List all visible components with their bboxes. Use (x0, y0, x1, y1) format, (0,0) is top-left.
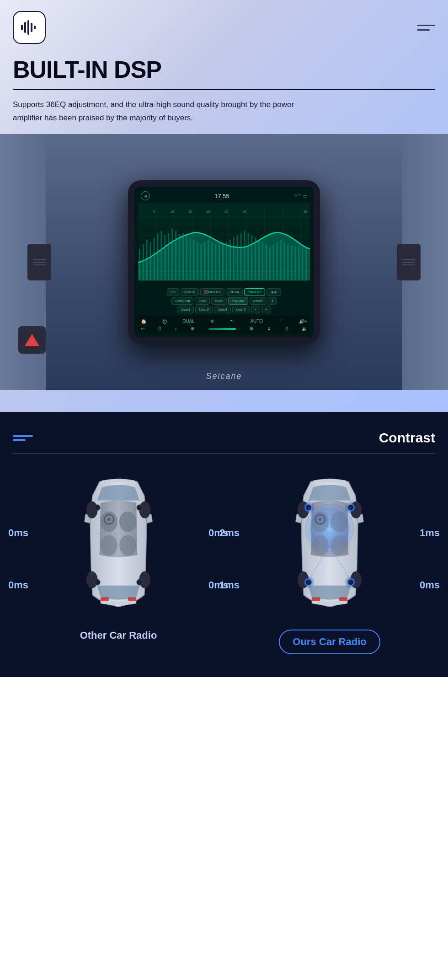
svg-rect-35 (201, 244, 202, 280)
svg-rect-30 (182, 233, 184, 281)
svg-rect-49 (251, 236, 252, 281)
svg-point-84 (137, 505, 142, 510)
vol-up-icon[interactable]: 🔊+ (299, 319, 307, 324)
svg-text:5: 5 (153, 210, 155, 213)
ours-car-delay-top-left: 2ms (219, 527, 240, 539)
svg-rect-0 (21, 25, 23, 30)
svg-rect-57 (280, 240, 282, 281)
ours-car-radio-button[interactable]: Ours Car Radio (279, 630, 380, 654)
other-car-image-wrapper: 0ms 0ms (13, 472, 224, 619)
hazard-button[interactable] (18, 326, 46, 354)
svg-rect-26 (168, 233, 169, 281)
svg-rect-56 (277, 242, 278, 281)
ours-car-delay-top-right: 1ms (420, 527, 440, 539)
svg-rect-43 (229, 240, 231, 281)
user1-btn[interactable]: User1 (177, 306, 194, 313)
line-2 (13, 439, 26, 441)
user3-btn[interactable]: User3 (214, 306, 231, 313)
ours-car-delay-bottom-right: 0ms (420, 579, 440, 591)
device-container: ◄ 17:55 ⌃⌃ ▭ (0, 129, 448, 390)
volume-btn[interactable]: ◄► (267, 288, 281, 296)
fan-right-icon: ❋ (250, 326, 253, 331)
minus-btn[interactable]: − (261, 306, 271, 313)
contrast-header: Contrast (13, 430, 435, 446)
hero-section: BUILT-IN DSP Supports 36EQ adjustment, a… (0, 0, 448, 412)
svg-rect-61 (294, 247, 296, 280)
screen-bottom-nav: 🏠 ⏻ DUAL ❄ 〜 AUTO ⌒ 🔊+ ↩ 0 ♪ (138, 316, 310, 334)
vol-down-icon[interactable]: 🔉 (302, 326, 307, 331)
nav-row-2: ↩ 0 ♪ ❋ ❋ 🌡 0 🔉 (141, 326, 307, 331)
subtitle-text: Supports 36EQ adjustment, and the ultra-… (13, 98, 296, 125)
svg-rect-53 (266, 244, 267, 280)
right-vent (397, 244, 421, 280)
dts-btn[interactable]: dts (167, 288, 179, 296)
dsp-buttons-area: dts ꜵꜵꜵ ⬛DOLBY SRS● Through ◄► Classical… (138, 287, 310, 314)
device-screen: ◄ 17:55 ⌃⌃ ▭ (134, 187, 314, 337)
ours-car-delay-bottom-left: 1ms (219, 579, 240, 591)
back-nav-icon[interactable]: ↩ (141, 326, 144, 331)
car-comparison: 0ms 0ms (13, 472, 435, 654)
plus-btn[interactable]: + (251, 306, 261, 313)
jazz-btn[interactable]: Jazz (195, 297, 209, 305)
svg-rect-87 (101, 597, 109, 601)
svg-rect-23 (157, 233, 159, 281)
user5-btn[interactable]: User5 (232, 306, 249, 313)
svg-rect-41 (222, 244, 224, 280)
svg-rect-22 (154, 238, 155, 281)
user2-btn[interactable]: User2 (195, 306, 212, 313)
svg-rect-36 (204, 242, 205, 281)
svg-rect-20 (146, 240, 148, 281)
back-button[interactable]: ◄ (141, 191, 150, 200)
svg-rect-27 (171, 229, 173, 281)
nav-row-1: 🏠 ⏻ DUAL ❄ 〜 AUTO ⌒ 🔊+ (141, 318, 307, 324)
reset-btn[interactable]: Reset (250, 297, 267, 305)
through-btn[interactable]: Through (244, 288, 265, 296)
logo-icon (13, 11, 46, 44)
svg-rect-46 (240, 233, 242, 281)
dsp-row-1: dts ꜵꜵꜵ ⬛DOLBY SRS● Through ◄► (138, 288, 310, 296)
popular-btn[interactable]: Popular (228, 297, 248, 305)
rock-btn[interactable]: Rock (211, 297, 227, 305)
svg-point-86 (137, 579, 142, 585)
home-icon[interactable]: 🏠 (141, 319, 146, 324)
dolby-btn[interactable]: ⬛DOLBY (200, 288, 224, 296)
power-icon[interactable]: ⏻ (162, 319, 167, 324)
svg-rect-113 (339, 597, 348, 601)
svg-rect-31 (186, 236, 187, 281)
menu-button[interactable] (417, 25, 435, 31)
brand-name: Seicane (206, 372, 242, 381)
mode-icon[interactable]: ⌒ (279, 318, 283, 324)
svg-rect-50 (255, 238, 256, 281)
svg-rect-3 (31, 23, 32, 32)
ours-car-column: 2ms 1ms (224, 472, 435, 654)
svg-rect-32 (190, 238, 191, 281)
svg-rect-37 (208, 240, 209, 281)
car-radio-unit: ◄ 17:55 ⌃⌃ ▭ (128, 180, 320, 344)
svg-point-109 (305, 579, 311, 585)
classical-btn[interactable]: Classical (171, 297, 193, 305)
svg-rect-47 (244, 231, 245, 281)
svg-rect-33 (193, 240, 195, 281)
svg-rect-28 (175, 231, 176, 281)
srs-btn[interactable]: SRS● (226, 288, 243, 296)
svg-rect-34 (197, 242, 198, 281)
screen-time: 17:55 (214, 193, 229, 199)
temp-icon: 🌡 (267, 326, 272, 331)
svg-text:25: 25 (224, 210, 228, 213)
auto-label: AUTO (250, 319, 263, 324)
music-icon: ♪ (175, 326, 177, 331)
contrast-divider (13, 453, 435, 454)
svg-rect-19 (143, 244, 144, 280)
fan-left-icon: ❋ (191, 326, 194, 331)
zero-right: 0 (285, 326, 288, 331)
svg-text:30: 30 (243, 210, 246, 213)
fan-bar (208, 328, 236, 330)
svg-rect-21 (150, 242, 151, 281)
title-divider (13, 89, 435, 90)
svg-point-85 (94, 579, 100, 585)
svg-rect-42 (226, 242, 227, 281)
fan-icon: 〜 (230, 318, 235, 324)
bbe-btn[interactable]: ꜵꜵꜵ (181, 288, 199, 296)
title-area: BUILT-IN DSP Supports 36EQ adjustment, a… (0, 51, 448, 129)
info-btn[interactable]: ℹ (268, 297, 277, 305)
